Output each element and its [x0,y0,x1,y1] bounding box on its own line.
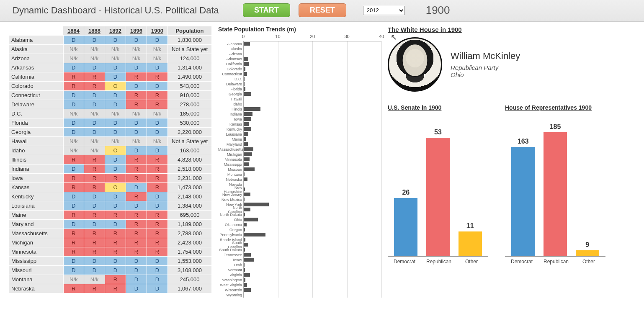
pop-bar-row: South Carolina [218,242,381,247]
pop-bar-row: Michigan [218,152,381,157]
pop-bar-row: Illinois [218,107,381,112]
pop-bar-row: Massachusetts [218,147,381,152]
vote-cell: R [147,238,168,247]
vote-cell: D [84,91,105,100]
vote-cell: N/k [105,45,126,54]
vote-cell: D [63,220,84,229]
vote-cell: N/k [126,137,147,146]
population-trend-chart: State Population Trends (m) 010203040 Al… [218,26,381,298]
table-row: D.C.N/kN/kN/kN/kN/k185,000 [9,109,212,118]
bar-value: 185 [550,123,561,131]
pop-bar-label: Indiana [218,112,243,116]
pop-bar [244,172,245,176]
start-button[interactable]: START [243,3,290,17]
vote-cell: D [84,63,105,72]
header-bar: Dynamic Dashboard - Historical U.S. Poli… [0,0,644,22]
state-name: Connecticut [9,91,63,100]
vote-cell: D [63,63,84,72]
vote-cell: D [147,257,168,266]
vote-cell: N/k [84,275,105,284]
vote-cell: N/k [63,137,84,146]
vote-cell: R [147,155,168,164]
population-cell: 1,754,000 [168,247,212,257]
pop-chart-axis: 010203040 [243,34,381,41]
pop-bar-label: Florida [218,87,243,91]
state-name: Michigan [9,238,63,247]
pop-bar [244,278,245,282]
vote-cell: R [105,174,126,183]
state-table-wrap: 18841888189218961900Population AlabamaDD… [8,26,212,298]
table-row: MontanaN/kN/kRDD245,000 [9,275,212,284]
population-cell: 530,000 [168,118,212,128]
pop-bar-label: Georgia [218,92,243,96]
whitehouse-block: William McKinley Republican Party Ohio [388,37,614,92]
pop-bar-label: Pennsylvania [218,233,243,237]
state-name: Illinois [9,155,63,164]
senate-title: U.S. Senate in 1900 [388,104,488,111]
whitehouse-heading: The White House in 1900 [388,26,614,33]
vote-cell: R [63,183,84,192]
pop-bar-label: Vermont [218,268,243,272]
vote-cell: D [63,257,84,266]
pop-bar-label: Wisconsin [218,288,243,292]
vote-cell: N/k [63,45,84,54]
pop-bar [244,132,248,136]
pop-bar-label: Iowa [218,117,243,121]
pop-bar-row: West Virginia [218,283,381,288]
pop-bar-label: Colorado [218,67,243,71]
pop-bar-label: Oregon [218,228,243,232]
vote-cell: R [105,275,126,284]
population-cell: 2,148,000 [168,192,212,201]
pop-bar-label: Idaho [218,102,243,106]
vote-cell: D [63,36,84,45]
pop-bar-label: Kansas [218,122,243,126]
pop-bar [244,112,252,116]
table-row: MassachusettsRRRRR2,788,000 [9,229,212,238]
state-name: Kansas [9,183,63,192]
population-cell: 910,000 [168,91,212,100]
vote-cell: N/k [84,146,105,155]
population-cell: 2,423,000 [168,238,212,247]
pop-bar-label: Texas [218,258,243,262]
vote-cell: N/k [84,109,105,118]
population-cell: 1,314,000 [168,63,212,72]
pop-bar [244,213,245,216]
pop-bar-label: D.C. [218,77,243,81]
state-name: Louisiana [9,201,63,211]
table-row: HawaiiN/kN/kN/kN/kN/kNot a State yet [9,137,212,146]
pop-bar-row: Arizona [218,51,381,57]
senate-chart: U.S. Senate in 1900 265311 DemocratRepub… [388,104,488,265]
vote-cell: N/k [126,45,147,54]
year-select[interactable]: 2012 [363,6,405,15]
pop-bar-label: Alaska [218,47,243,51]
bar-rect [544,132,567,256]
vote-cell: D [84,201,105,211]
vote-cell: R [63,238,84,247]
current-year-display: 1900 [426,4,450,17]
population-cell: 3,108,000 [168,266,212,275]
vote-cell: R [126,91,147,100]
vote-cell: R [126,192,147,201]
vote-cell: D [126,284,147,293]
vote-cell: R [63,72,84,82]
reset-button[interactable]: RESET [299,3,346,17]
bar-rect [459,231,482,256]
pop-bar-row: Kentucky [218,127,381,132]
vote-cell: R [84,72,105,82]
vote-cell: R [126,220,147,229]
pop-bar [244,122,249,126]
pop-bar [244,87,245,91]
pop-bar [244,92,251,96]
pop-bar-label: Kentucky [218,127,243,131]
pop-bar-label: Hawaii [218,97,243,101]
vote-cell: D [147,266,168,275]
pop-bar [244,233,265,236]
vote-cell: R [126,100,147,109]
pop-bar-row: Ohio [218,217,381,222]
pop-bar-label: Ohio [218,218,243,222]
pop-bar [244,263,245,267]
bar-rect [394,198,417,256]
vote-cell: D [63,128,84,137]
vote-cell: N/k [63,109,84,118]
population-cell: Not a State yet [168,45,212,54]
